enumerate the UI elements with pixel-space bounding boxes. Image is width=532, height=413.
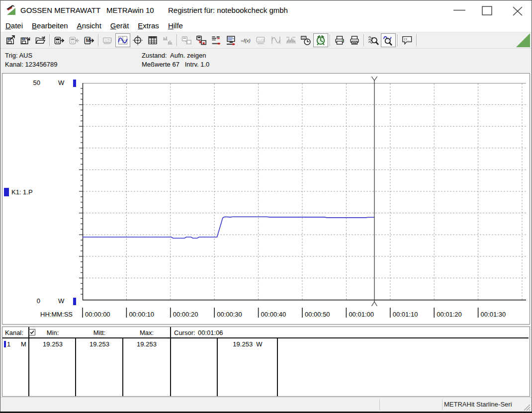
export-data-icon xyxy=(181,35,192,46)
table-cursor-label: Cursor: xyxy=(174,329,195,336)
x-tick-label: 00:00:10 xyxy=(129,311,154,318)
pc-connect-icon xyxy=(226,35,237,46)
menu-datei[interactable]: Datei xyxy=(1,20,27,32)
toolbar-button-device-to-disk[interactable] xyxy=(194,33,209,47)
view-histogram-icon xyxy=(162,35,173,46)
table-kanal-label: Kanal: xyxy=(5,329,23,336)
device-to-disk-icon xyxy=(196,35,207,46)
display-lcd-icon: 1257 xyxy=(102,35,113,46)
formula-fx-icon: =f(x) xyxy=(241,35,252,46)
maximize-button[interactable] xyxy=(479,0,497,20)
row-mode: M xyxy=(21,340,26,348)
measurement-table: Kanal: Min: Mitt: Max: Cursor: 00:01:06 … xyxy=(2,327,530,397)
toolbar-button-tooltip-help[interactable]: !?.. xyxy=(400,33,415,47)
state-label: Zustand: xyxy=(142,52,167,59)
toolbar-button-display-digits[interactable]: 123 xyxy=(254,33,268,47)
zoom-all-icon xyxy=(368,35,379,46)
menu-hilfe[interactable]: Hilfe xyxy=(164,20,187,32)
x-tick-label: 00:00:00 xyxy=(85,311,110,318)
toolbar-button-export-data[interactable] xyxy=(179,33,194,47)
resize-grip[interactable] xyxy=(523,403,531,411)
toolbar-button-zoom-select[interactable] xyxy=(381,33,396,47)
table-cursor-time: 00:01:06 xyxy=(198,329,223,336)
x-tick-label: 00:00:40 xyxy=(261,311,286,318)
toolbar-button-view-chart[interactable] xyxy=(115,33,130,47)
toolbar-button-view-spectrum[interactable] xyxy=(283,33,298,47)
state-value: Aufn. zeigen xyxy=(170,52,206,59)
app-icon xyxy=(5,4,17,16)
channel-status: Kanal: 123456789 xyxy=(5,61,58,68)
row-max-value: 19.253 xyxy=(123,340,170,348)
toolbar-button-save-export[interactable] xyxy=(3,33,18,47)
close-button[interactable] xyxy=(509,0,527,20)
toolbar-button-view-table[interactable] xyxy=(145,33,160,47)
view-chart-icon xyxy=(117,35,128,46)
svg-text:12:: 12: xyxy=(302,36,306,39)
toolbar-button-pc-connect[interactable] xyxy=(224,33,239,47)
chart-plot xyxy=(2,74,530,324)
toolbar-button-device-read[interactable] xyxy=(52,33,67,47)
toolbar-button-print[interactable] xyxy=(332,33,347,47)
x-tick-label: 00:01:00 xyxy=(349,311,374,318)
state-status: Zustand: Aufn. zeigen xyxy=(142,52,206,59)
x-tick-label: 00:00:50 xyxy=(305,311,330,318)
y-max-label: 50 xyxy=(22,79,40,86)
channel-checkbox[interactable] xyxy=(29,329,35,335)
toolbar-button-print-preview[interactable] xyxy=(347,33,362,47)
menu-bearbeiten[interactable]: Bearbeiten xyxy=(27,20,73,32)
statusbar-separator xyxy=(442,399,443,411)
toolbar-button-device-settings[interactable] xyxy=(209,33,224,47)
menu-gert[interactable]: Gerät xyxy=(106,20,134,32)
row-mitt-value: 19.253 xyxy=(76,340,123,348)
table-divider xyxy=(28,327,29,396)
toolbar-button-record-time[interactable]: 12: xyxy=(298,33,313,47)
interval-value: Intrv. 1.0 xyxy=(185,61,210,68)
toolbar-button-zoom-all[interactable] xyxy=(366,33,381,47)
window-border-left xyxy=(0,0,0,413)
display-digits-icon: 123 xyxy=(256,35,266,46)
view-sine-icon xyxy=(270,35,281,46)
toolbar-button-view-sine[interactable] xyxy=(268,33,283,47)
toolbar-separator xyxy=(98,34,99,46)
toolbar-button-open-file[interactable] xyxy=(33,33,48,47)
print-icon xyxy=(334,35,345,46)
view-spectrum-icon xyxy=(285,35,296,46)
row-min-value: 19.253 xyxy=(30,340,76,348)
toolbar-button-display-lcd[interactable]: 1257 xyxy=(100,33,115,47)
x-tick-label: 00:00:30 xyxy=(217,311,242,318)
toolbar-button-view-crosshair[interactable] xyxy=(130,33,145,47)
save-export-icon xyxy=(5,35,16,46)
row-cursor-unit: W xyxy=(256,340,262,348)
toolbar-button-record-timer[interactable] xyxy=(313,33,328,47)
view-crosshair-icon xyxy=(132,35,143,46)
view-table-icon xyxy=(147,35,158,46)
menu-ansicht[interactable]: Ansicht xyxy=(73,20,106,32)
minimize-button[interactable] xyxy=(450,0,468,20)
y-min-label: 0 xyxy=(22,297,40,305)
tooltip-help-icon: !?.. xyxy=(402,35,413,46)
device-settings-icon xyxy=(211,35,222,46)
device-read-icon xyxy=(54,35,65,46)
toolbar-separator xyxy=(397,34,398,46)
toolbar-button-view-histogram[interactable] xyxy=(160,33,175,47)
toolbar-button-formula-fx[interactable]: =f(x) xyxy=(239,33,254,47)
device-memory-icon: M xyxy=(84,35,94,46)
menu-extras[interactable]: Extras xyxy=(133,20,164,32)
channel-marker xyxy=(4,188,9,196)
toolbar-button-device-disconnect[interactable] xyxy=(67,33,82,47)
x-axis-caption: HH:MM:SS xyxy=(40,311,73,318)
title-app: METRAwin 10 xyxy=(106,0,154,20)
row-cursor-number: 19.253 xyxy=(233,340,253,348)
print-preview-icon xyxy=(349,35,360,46)
toolbar-button-save-as[interactable] xyxy=(18,33,33,47)
toolbar-button-device-memory[interactable]: M xyxy=(82,33,96,47)
statusbar-device: METRAHit Starline-Seri xyxy=(444,398,512,412)
samples-value: Meßwerte 67 xyxy=(142,61,179,68)
table-min-header: Min: xyxy=(37,329,68,336)
chart-panel: 50 W K1: 1.P 0 W HH:MM:SS 00:00:0000:00:… xyxy=(2,73,530,325)
status-bar: METRAHit Starline-Seri xyxy=(0,397,532,412)
toolbar-separator xyxy=(177,34,177,46)
toolbar-separator xyxy=(330,34,331,46)
device-disconnect-icon xyxy=(69,35,80,46)
svg-text:123: 123 xyxy=(258,38,264,42)
